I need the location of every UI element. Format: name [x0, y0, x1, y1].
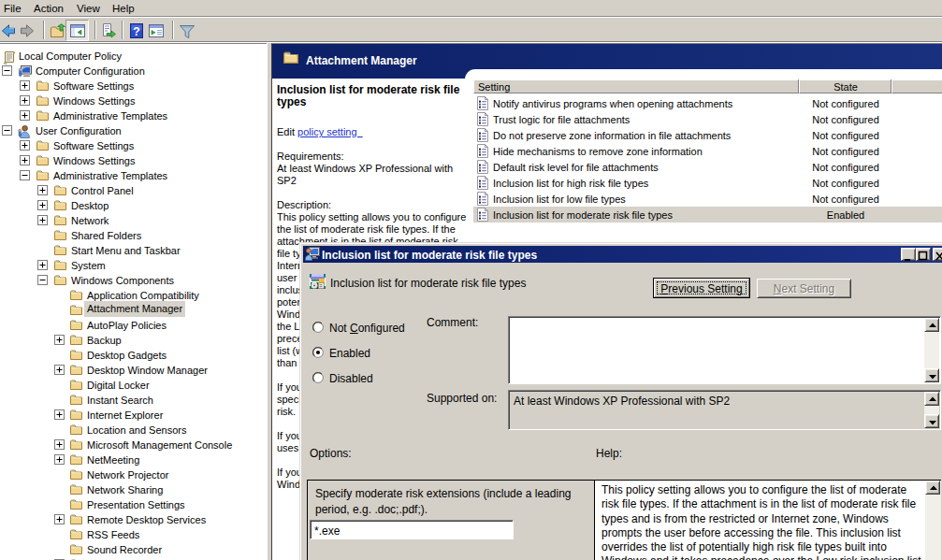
- svg-text:?: ?: [133, 25, 139, 38]
